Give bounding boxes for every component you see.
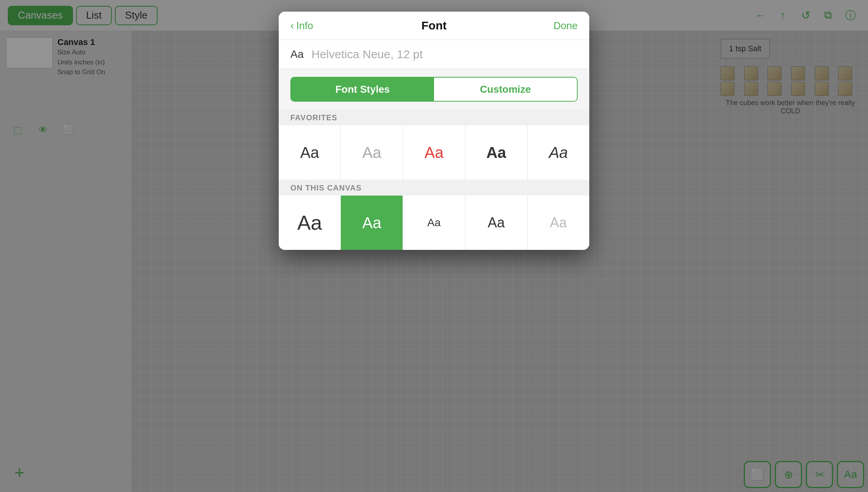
canvas-font-cell-5[interactable]: Aa bbox=[528, 196, 589, 250]
font-cell-label: Aa bbox=[427, 217, 441, 229]
modal-title: Font bbox=[422, 19, 447, 32]
font-cell-label: Aa bbox=[362, 214, 381, 232]
favorites-section-label: FAVORITES bbox=[279, 109, 589, 125]
font-preview-row: Aa Helvetica Neue, 12 pt bbox=[279, 40, 589, 69]
font-cell-label: Aa bbox=[425, 144, 444, 161]
font-cell-normal[interactable]: Aa bbox=[279, 125, 340, 180]
favorites-grid: Aa Aa Aa Aa Aa bbox=[279, 125, 589, 180]
font-preview-name: Helvetica Neue, 12 pt bbox=[311, 48, 423, 61]
canvas-section-label: ON THIS CANVAS bbox=[279, 180, 589, 196]
font-styles-tab[interactable]: Font Styles bbox=[291, 78, 434, 101]
font-preview-aa: Aa bbox=[290, 48, 304, 61]
back-chevron-icon: ‹ bbox=[290, 19, 294, 32]
font-cell-light[interactable]: Aa bbox=[341, 125, 403, 180]
font-cell-label: Aa bbox=[300, 144, 319, 161]
canvas-font-grid: Aa Aa Aa Aa Aa bbox=[279, 196, 589, 250]
font-cell-label: Aa bbox=[550, 215, 567, 231]
segment-control: Font Styles Customize bbox=[290, 77, 578, 102]
modal-back-label: Info bbox=[296, 20, 313, 32]
modal-overlay: ‹ Info Font Done Aa Helvetica Neue, 12 p… bbox=[0, 0, 868, 492]
font-cell-label: Aa bbox=[362, 144, 381, 161]
customize-tab[interactable]: Customize bbox=[434, 78, 577, 101]
canvas-font-cell-2[interactable]: Aa bbox=[341, 196, 403, 250]
font-cell-label: Aa bbox=[488, 215, 505, 231]
canvas-font-cell-1[interactable]: Aa bbox=[279, 196, 340, 250]
font-cell-label: Aa bbox=[297, 211, 322, 234]
modal-done-button[interactable]: Done bbox=[554, 20, 578, 32]
font-cell-red[interactable]: Aa bbox=[403, 125, 465, 180]
font-cell-label: Aa bbox=[486, 144, 506, 161]
canvas-font-cell-4[interactable]: Aa bbox=[465, 196, 527, 250]
canvas-font-cell-3[interactable]: Aa bbox=[403, 196, 465, 250]
modal-back-button[interactable]: ‹ Info bbox=[290, 19, 313, 32]
modal-header: ‹ Info Font Done bbox=[279, 12, 589, 40]
font-cell-label: Aa bbox=[549, 144, 568, 161]
font-cell-italic[interactable]: Aa bbox=[528, 125, 589, 180]
font-modal: ‹ Info Font Done Aa Helvetica Neue, 12 p… bbox=[279, 12, 589, 250]
font-cell-bold[interactable]: Aa bbox=[465, 125, 527, 180]
